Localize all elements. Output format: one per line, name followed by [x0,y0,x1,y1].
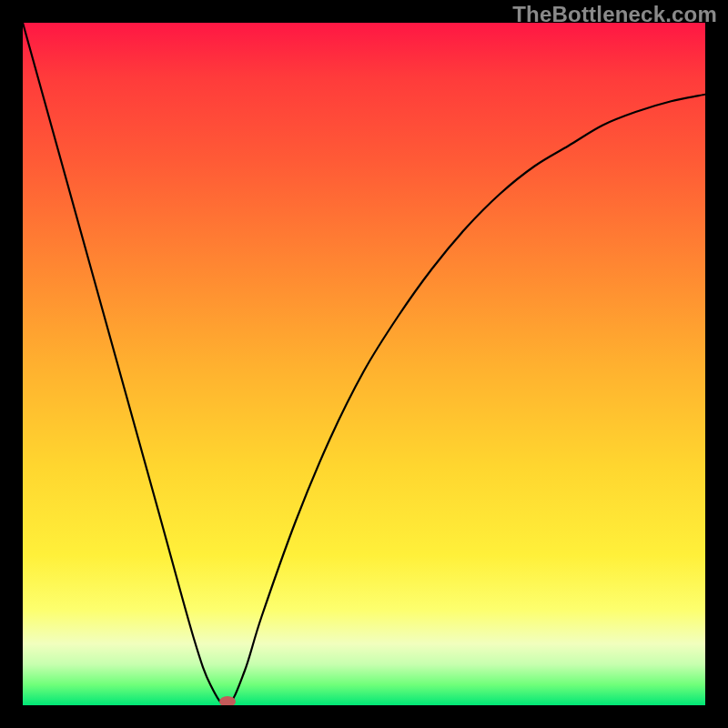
chart-frame: TheBottleneck.com [0,0,728,728]
bottleneck-curve [23,23,705,705]
curve-line [23,23,705,705]
plot-area [23,23,705,705]
